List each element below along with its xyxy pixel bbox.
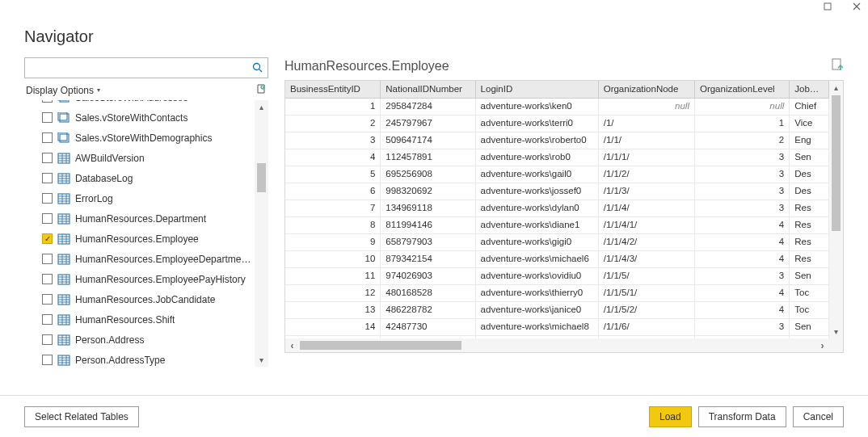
tree-item[interactable]: HumanResources.JobCandidate: [24, 289, 254, 309]
column-header[interactable]: JobTitle: [790, 81, 829, 98]
checkbox[interactable]: [42, 173, 53, 183]
svg-rect-77: [832, 59, 841, 69]
table-row[interactable]: 1295847284adventure-works\ken0nullnullCh…: [285, 99, 829, 116]
scroll-right-icon[interactable]: ›: [815, 338, 829, 352]
preview-action-icon[interactable]: [831, 58, 844, 74]
column-header[interactable]: NationalIDNumber: [381, 81, 475, 98]
refresh-icon[interactable]: [255, 83, 267, 97]
column-header[interactable]: OrganizationLevel: [695, 81, 790, 98]
table-row[interactable]: 8811994146adventure-works\diane1/1/1/4/1…: [285, 217, 829, 234]
table-row[interactable]: 10879342154adventure-works\michael6/1/1/…: [285, 251, 829, 268]
view-icon: [57, 132, 70, 144]
scroll-up-icon[interactable]: ▴: [829, 81, 843, 95]
display-options-label: Display Options: [26, 85, 94, 96]
table-cell: adventure-works\rob0: [476, 149, 599, 166]
table-row[interactable]: 1442487730adventure-works\michael8/1/1/6…: [285, 319, 829, 336]
table-icon: [57, 274, 70, 285]
tree-item[interactable]: HumanResources.Shift: [24, 309, 254, 330]
select-related-button[interactable]: Select Related Tables: [24, 406, 139, 427]
checkbox[interactable]: [42, 233, 53, 244]
tree-scrollbar[interactable]: ▴ ▾: [255, 100, 268, 367]
checkbox[interactable]: [42, 254, 53, 264]
checkbox[interactable]: [42, 294, 53, 305]
tree-item[interactable]: Sales.vStoreWithContacts: [24, 107, 254, 128]
table-row[interactable]: 13486228782adventure-works\janice0/1/1/5…: [285, 302, 829, 319]
table-cell: 245797967: [381, 116, 475, 132]
tree-item[interactable]: ErrorLog: [24, 188, 254, 208]
tree-item-label: SalesStoreWithAddresses: [75, 100, 188, 103]
maximize-icon[interactable]: [823, 2, 832, 11]
table-cell: 695256908: [381, 166, 475, 183]
table-row[interactable]: 3509647174adventure-works\roberto0/1/1/2…: [285, 132, 829, 149]
scroll-up-icon[interactable]: ▴: [255, 100, 268, 114]
table-row[interactable]: 6998320692adventure-works\jossef0/1/1/3/…: [285, 183, 829, 200]
table-row[interactable]: 7134969118adventure-works\dylan0/1/1/4/3…: [285, 200, 829, 217]
table-cell: 4: [695, 285, 790, 301]
column-header[interactable]: LoginID: [476, 81, 599, 98]
table-cell: 6: [285, 183, 381, 200]
grid-hscrollbar[interactable]: ‹ ›: [285, 338, 829, 352]
checkbox[interactable]: [42, 314, 53, 325]
checkbox[interactable]: [42, 213, 53, 224]
scroll-down-icon[interactable]: ▾: [829, 325, 843, 338]
grid-vscrollbar[interactable]: ▴ ▾: [829, 81, 843, 338]
checkbox[interactable]: [42, 355, 53, 365]
table-row[interactable]: 4112457891adventure-works\rob0/1/1/1/3Se…: [285, 149, 829, 166]
tree-item[interactable]: HumanResources.EmployeePayHistory: [24, 269, 254, 289]
scrollbar-thumb[interactable]: [832, 95, 841, 231]
table-row[interactable]: 11974026903adventure-works\ovidiu0/1/1/5…: [285, 268, 829, 285]
load-button[interactable]: Load: [649, 406, 692, 427]
table-cell: Res: [790, 200, 829, 216]
tree-item[interactable]: HumanResources.Employee: [24, 229, 254, 249]
table-icon: [57, 254, 70, 265]
tree-item[interactable]: SalesStoreWithAddresses: [24, 100, 254, 107]
column-header[interactable]: BusinessEntityID: [285, 81, 381, 98]
table-cell: /1/1/5/2/: [599, 302, 695, 318]
checkbox[interactable]: [42, 112, 53, 123]
checkbox[interactable]: [42, 100, 53, 103]
table-row[interactable]: 12480168528adventure-works\thierry0/1/1/…: [285, 285, 829, 302]
checkbox[interactable]: [42, 334, 53, 345]
tree-item[interactable]: HumanResources.EmployeeDepartmen...: [24, 249, 254, 269]
table-cell: Toc: [790, 285, 829, 301]
display-options-button[interactable]: Display Options ▾: [26, 85, 100, 96]
column-header[interactable]: OrganizationNode: [599, 81, 695, 98]
search-input[interactable]: [25, 58, 248, 78]
table-cell: adventure-works\ovidiu0: [476, 268, 599, 284]
cancel-button[interactable]: Cancel: [793, 406, 844, 427]
tree-item[interactable]: Person.AddressType: [24, 350, 254, 367]
table-cell: Des: [790, 183, 829, 200]
tree-item[interactable]: DatabaseLog: [24, 168, 254, 188]
table-cell: 134969118: [381, 200, 475, 216]
close-icon[interactable]: [852, 2, 862, 11]
scrollbar-thumb[interactable]: [300, 341, 461, 350]
view-icon: [57, 112, 70, 124]
dialog-title: Navigator: [0, 13, 868, 57]
table-row[interactable]: 5695256908adventure-works\gail0/1/1/2/3D…: [285, 166, 829, 183]
tree-item[interactable]: Sales.vStoreWithDemographics: [24, 128, 254, 148]
tree-item[interactable]: HumanResources.Department: [24, 208, 254, 229]
table-icon: [57, 153, 70, 164]
table-row[interactable]: 2245797967adventure-works\terri0/1/1Vice: [285, 116, 829, 132]
checkbox[interactable]: [42, 132, 53, 143]
search-icon[interactable]: [248, 58, 268, 78]
table-cell: Eng: [790, 132, 829, 149]
table-cell: Des: [790, 166, 829, 183]
table-cell: 3: [695, 149, 790, 166]
tree-item[interactable]: AWBuildVersion: [24, 148, 254, 168]
transform-data-button[interactable]: Transform Data: [698, 406, 786, 427]
table-icon: [57, 193, 70, 204]
tree-item[interactable]: Person.Address: [24, 330, 254, 350]
table-cell: 4: [695, 217, 790, 233]
scroll-down-icon[interactable]: ▾: [255, 353, 268, 367]
scroll-left-icon[interactable]: ‹: [285, 338, 299, 352]
checkbox[interactable]: [42, 193, 53, 204]
table-row[interactable]: 9658797903adventure-works\gigi0/1/1/4/2/…: [285, 234, 829, 251]
table-cell: 3: [285, 132, 381, 149]
table-cell: 14: [285, 319, 381, 335]
tree-item-label: Person.AddressType: [75, 355, 165, 366]
checkbox[interactable]: [42, 153, 53, 163]
table-cell: Chief: [790, 99, 829, 115]
checkbox[interactable]: [42, 274, 53, 284]
scrollbar-thumb[interactable]: [257, 163, 266, 192]
